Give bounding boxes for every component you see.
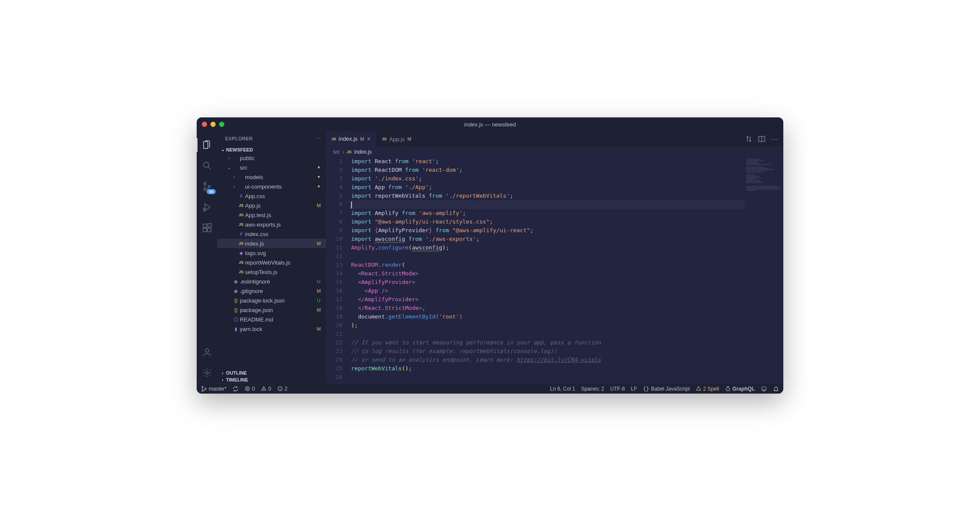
- timeline-section-header[interactable]: › TIMELINE: [217, 376, 326, 383]
- git-branch[interactable]: master*: [201, 386, 226, 392]
- svg-rect-6: [203, 228, 207, 232]
- file-item[interactable]: JSApp.test.js: [217, 210, 326, 220]
- file-item[interactable]: ◉.eslintignoreU: [217, 277, 326, 286]
- indentation[interactable]: Spaces: 2: [581, 386, 604, 392]
- file-label: .gitignore: [240, 288, 316, 294]
- extensions-icon[interactable]: [197, 218, 217, 238]
- svg-point-14: [205, 388, 206, 389]
- chevron-right-icon: ›: [219, 370, 226, 375]
- tab-label: App.js: [389, 136, 405, 142]
- sync-icon[interactable]: [232, 386, 239, 392]
- file-label: yarn.lock: [240, 326, 316, 332]
- more-actions-icon[interactable]: ⋯: [771, 135, 778, 143]
- git-status: U: [316, 279, 322, 284]
- code-editor[interactable]: 1234567891011121314151617181920212223242…: [326, 157, 783, 383]
- svg-point-2: [204, 189, 206, 191]
- tabs-bar: JS index.js M ✕JS App.js M ⋯: [326, 131, 783, 147]
- file-item[interactable]: JSindex.jsM: [217, 239, 326, 248]
- encoding[interactable]: UTF-8: [610, 386, 625, 392]
- problems-info[interactable]: 2: [277, 386, 288, 392]
- folder-item[interactable]: ›models•: [217, 172, 326, 182]
- chevron-right-icon: ›: [342, 149, 344, 155]
- file-item[interactable]: JSsetupTests.js: [217, 267, 326, 277]
- file-item[interactable]: ◆logo.svg: [217, 248, 326, 258]
- file-tree: ›public⌄src•›models•›ui-components•#App.…: [217, 153, 326, 369]
- file-item[interactable]: JSApp.jsM: [217, 201, 326, 210]
- file-item[interactable]: ⓘREADME.md: [217, 315, 326, 324]
- folder-item[interactable]: ›ui-components•: [217, 182, 326, 191]
- account-icon[interactable]: [197, 342, 217, 363]
- file-label: setupTests.js: [245, 269, 322, 275]
- search-icon[interactable]: [197, 155, 217, 176]
- problems-warnings[interactable]: 0: [261, 386, 271, 392]
- file-item[interactable]: #index.css: [217, 229, 326, 239]
- cursor-position[interactable]: Ln 6, Col 1: [550, 386, 575, 392]
- file-item[interactable]: JSaws-exports.js: [217, 220, 326, 229]
- explorer-icon[interactable]: [197, 135, 217, 155]
- project-name: NEWSFEED: [226, 147, 253, 152]
- git-status: M: [316, 241, 322, 246]
- file-item[interactable]: {}package.jsonM: [217, 305, 326, 315]
- folder-item[interactable]: ⌄src•: [217, 163, 326, 172]
- notifications-icon[interactable]: [773, 386, 779, 392]
- file-label: App.test.js: [245, 212, 322, 218]
- language-mode[interactable]: {} Babel JavaScript: [643, 386, 690, 392]
- file-label: App.css: [245, 193, 322, 199]
- editor-tab[interactable]: JS App.js M: [377, 131, 417, 147]
- feedback-icon[interactable]: [761, 386, 767, 392]
- vscode-window: index.js — newsfeed 54: [197, 117, 783, 394]
- editor-tab[interactable]: JS index.js M ✕: [326, 131, 377, 147]
- compare-changes-icon[interactable]: [745, 136, 752, 142]
- scm-badge: 54: [207, 189, 215, 194]
- debug-icon[interactable]: [197, 197, 217, 218]
- breadcrumb[interactable]: src › JS index.js: [326, 147, 783, 157]
- statusbar: master* 0 0 2 Ln 6, Col 1 Spaces: 2 UTF-…: [197, 383, 783, 394]
- close-tab-icon[interactable]: ✕: [367, 136, 371, 142]
- outline-section-header[interactable]: › OUTLINE: [217, 369, 326, 376]
- breadcrumb-file[interactable]: index.js: [354, 149, 372, 155]
- file-label: index.js: [245, 240, 316, 247]
- file-item[interactable]: #App.css: [217, 191, 326, 201]
- file-item[interactable]: {}package-lock.jsonU: [217, 296, 326, 305]
- git-status: M: [316, 203, 322, 208]
- explorer-label: EXPLORER: [225, 136, 253, 141]
- close-window-button[interactable]: [202, 122, 207, 127]
- svg-point-1: [204, 183, 206, 185]
- file-label: reportWebVitals.js: [245, 259, 322, 266]
- tab-label: index.js: [339, 136, 358, 142]
- graphql-status[interactable]: GraphQL: [725, 386, 755, 392]
- chevron-icon: ⌄: [226, 165, 232, 170]
- svg-rect-8: [208, 224, 211, 227]
- eol[interactable]: LF: [631, 386, 637, 392]
- maximize-window-button[interactable]: [219, 122, 224, 127]
- traffic-lights: [202, 122, 224, 127]
- source-control-icon[interactable]: 54: [197, 176, 217, 197]
- editor-area: JS index.js M ✕JS App.js M ⋯ src › JS: [326, 131, 783, 383]
- chevron-icon: ›: [226, 156, 232, 161]
- file-item[interactable]: ◉.gitignoreM: [217, 286, 326, 296]
- git-status: M: [316, 288, 322, 293]
- more-icon[interactable]: ⋯: [316, 136, 321, 142]
- breadcrumb-folder[interactable]: src: [333, 149, 340, 155]
- code-content[interactable]: import React from 'react';import ReactDO…: [349, 157, 744, 383]
- project-section-header[interactable]: ⌄ NEWSFEED: [217, 146, 326, 153]
- folder-item[interactable]: ›public: [217, 153, 326, 163]
- svg-rect-5: [203, 224, 207, 227]
- minimap[interactable]: [744, 157, 783, 383]
- modified-indicator: M: [360, 136, 364, 142]
- window-title: index.js — newsfeed: [464, 121, 516, 128]
- split-editor-icon[interactable]: [758, 136, 765, 142]
- spell-check[interactable]: 2 Spell: [696, 386, 719, 392]
- problems-errors[interactable]: 0: [245, 386, 255, 392]
- svg-point-13: [202, 390, 203, 391]
- sidebar: EXPLORER ⋯ ⌄ NEWSFEED ›public⌄src•›model…: [217, 131, 326, 383]
- minimize-window-button[interactable]: [210, 122, 216, 127]
- file-item[interactable]: JSreportWebVitals.js: [217, 258, 326, 267]
- file-label: App.js: [245, 202, 316, 209]
- settings-gear-icon[interactable]: [197, 363, 217, 383]
- file-label: .eslintignore: [240, 278, 316, 285]
- git-status: U: [316, 298, 322, 303]
- modified-dot: •: [316, 175, 322, 179]
- js-file-icon: JS: [347, 150, 352, 154]
- file-item[interactable]: ▮yarn.lockM: [217, 324, 326, 334]
